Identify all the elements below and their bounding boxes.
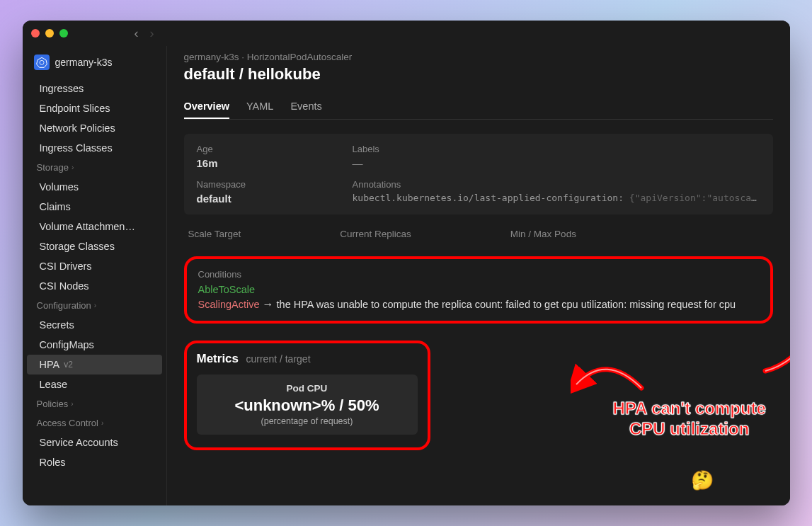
metric-name: Pod CPU <box>205 383 409 394</box>
sidebar-item-ingresses[interactable]: Ingresses <box>23 79 166 98</box>
info-card: Age 16m Labels — Namespace default <box>184 134 773 215</box>
min-max-pods-label: Min / Max Pods <box>510 229 576 239</box>
conditions-highlight-box: Conditions AbleToScale ScalingActive→the… <box>184 256 773 324</box>
tab-events[interactable]: Events <box>290 95 321 119</box>
annotations-value: kubectl.kubernetes.io/last-applied-confi… <box>353 193 760 203</box>
sidebar-item-network-policies[interactable]: Network Policies <box>23 118 166 138</box>
chevron-right-icon: › <box>101 419 103 427</box>
arrow-icon: → <box>263 298 274 310</box>
metrics-subtitle: current / target <box>246 353 310 365</box>
sidebar-item-secrets[interactable]: Secrets <box>23 315 166 335</box>
sidebar-item-service-accounts[interactable]: Service Accounts <box>23 433 166 452</box>
sidebar-item-roles[interactable]: Roles <box>23 452 166 472</box>
kubernetes-icon <box>34 55 50 70</box>
sidebar-item-configmaps[interactable]: ConfigMaps <box>23 335 166 355</box>
traffic-lights <box>31 29 68 38</box>
tab-overview[interactable]: Overview <box>184 95 230 119</box>
chevron-right-icon: › <box>71 400 73 408</box>
sidebar-item-lease[interactable]: Lease <box>23 375 166 394</box>
labels-value: — <box>353 157 760 169</box>
sidebar-item-storage-classes[interactable]: Storage Classes <box>23 236 166 256</box>
sidebar-section-policies[interactable]: Policies› <box>23 394 166 413</box>
sidebar-item-hpa[interactable]: HPAv2 <box>27 355 162 375</box>
stats-row: Scale Target Current Replicas Min / Max … <box>184 229 773 239</box>
sidebar: germany-k3s Ingresses Endpoint Slices Ne… <box>23 46 167 505</box>
maximize-button[interactable] <box>59 29 68 38</box>
sidebar-item-ingress-classes[interactable]: Ingress Classes <box>23 138 166 158</box>
svg-marker-0 <box>36 57 47 67</box>
metric-value: <unknown>% / 50% <box>205 396 409 415</box>
metric-subtext: (percentage of request) <box>205 416 409 426</box>
condition-able-to-scale: AbleToScale <box>198 284 759 295</box>
page-title: default / hellokube <box>184 65 773 84</box>
labels-label: Labels <box>353 144 760 154</box>
titlebar: ‹ › <box>23 21 790 46</box>
sidebar-item-endpoint-slices[interactable]: Endpoint Slices <box>23 98 166 118</box>
condition-scaling-active-row: ScalingActive→the HPA was unable to comp… <box>198 298 759 311</box>
namespace-value: default <box>197 193 296 205</box>
namespace-label: Namespace <box>197 179 296 190</box>
sidebar-section-configuration[interactable]: Configuration› <box>23 296 166 315</box>
condition-message: the HPA was unable to compute the replic… <box>277 299 736 310</box>
sidebar-item-csi-drivers[interactable]: CSI Drivers <box>23 256 166 276</box>
metrics-title: Metrics <box>197 352 239 365</box>
metrics-highlight-box: Metrics current / target Pod CPU <unknow… <box>184 341 430 450</box>
svg-point-1 <box>40 60 44 64</box>
close-button[interactable] <box>31 29 40 38</box>
sidebar-item-csi-nodes[interactable]: CSI Nodes <box>23 276 166 296</box>
age-value: 16m <box>197 157 296 169</box>
condition-scaling-active: ScalingActive <box>198 299 260 310</box>
cluster-selector[interactable]: germany-k3s <box>23 49 166 76</box>
chevron-right-icon: › <box>94 302 96 309</box>
sidebar-item-claims[interactable]: Claims <box>23 197 166 217</box>
nav-buttons: ‹ › <box>130 25 159 42</box>
main-area: germany-k3s Ingresses Endpoint Slices Ne… <box>23 46 790 505</box>
breadcrumb: germany-k3s · HorizontalPodAutoscaler <box>184 46 773 65</box>
sidebar-item-volumes[interactable]: Volumes <box>23 177 166 197</box>
current-replicas-label: Current Replicas <box>340 229 411 239</box>
conditions-label: Conditions <box>198 269 759 280</box>
chevron-right-icon: › <box>72 164 74 171</box>
cluster-name: germany-k3s <box>55 57 113 68</box>
thinking-emoji: 🤔 <box>691 469 714 491</box>
content-pane: germany-k3s · HorizontalPodAutoscaler de… <box>167 46 790 505</box>
tab-yaml[interactable]: YAML <box>246 95 273 119</box>
age-label: Age <box>197 144 296 154</box>
scale-target-label: Scale Target <box>188 229 241 239</box>
forward-button[interactable]: › <box>146 25 159 42</box>
sidebar-section-storage[interactable]: Storage› <box>23 158 166 177</box>
sidebar-section-access-control[interactable]: Access Control› <box>23 413 166 433</box>
app-window: ‹ › germany-k3s Ingresses Endpoint Slice… <box>23 21 790 505</box>
sidebar-item-volume-attachments[interactable]: Volume Attachmen… <box>23 217 166 236</box>
metrics-row: Metrics current / target Pod CPU <unknow… <box>184 341 773 450</box>
metric-card-pod-cpu: Pod CPU <unknown>% / 50% (percentage of … <box>197 375 418 435</box>
back-button[interactable]: ‹ <box>130 25 143 42</box>
annotations-label: Annotations <box>353 179 760 190</box>
tabs: Overview YAML Events <box>184 95 773 120</box>
minimize-button[interactable] <box>45 29 54 38</box>
